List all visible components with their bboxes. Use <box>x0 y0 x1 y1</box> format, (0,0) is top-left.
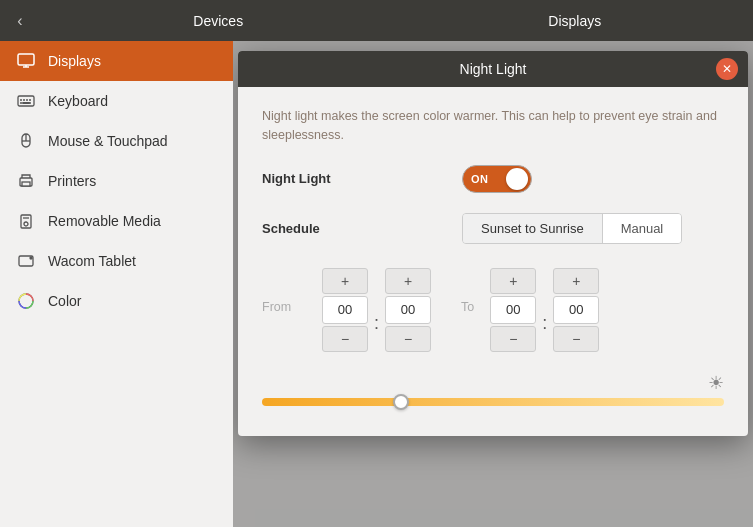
svg-point-17 <box>24 222 28 226</box>
modal-body: Night light makes the screen color warme… <box>238 87 748 436</box>
color-temp-slider-track[interactable] <box>262 398 724 406</box>
modal-description: Night light makes the screen color warme… <box>262 107 724 145</box>
mouse-icon <box>16 131 36 151</box>
sidebar-item-removable-media[interactable]: Removable Media <box>0 201 233 241</box>
svg-rect-0 <box>18 54 34 65</box>
sidebar-item-mouse-touchpad[interactable]: Mouse & Touchpad <box>0 121 233 161</box>
sidebar-label-keyboard: Keyboard <box>48 93 108 109</box>
to-minutes-down-btn[interactable]: − <box>553 326 599 352</box>
color-temp-slider-section: ☀ <box>262 372 724 416</box>
to-hours-down-btn[interactable]: − <box>490 326 536 352</box>
to-time-picker: + 00 − : + <box>490 268 599 352</box>
modal-overlay: Night Light ✕ Night light makes the scre… <box>233 41 753 527</box>
top-bar-left: Devices <box>40 13 397 29</box>
from-hours-spinner: + 00 − <box>322 268 368 352</box>
displays-icon <box>16 51 36 71</box>
toggle-knob <box>506 168 528 190</box>
sidebar-label-displays: Displays <box>48 53 101 69</box>
schedule-label: Schedule <box>262 221 462 236</box>
night-light-label: Night Light <box>262 171 462 186</box>
sidebar-label-mouse: Mouse & Touchpad <box>48 133 168 149</box>
to-time-colon: : <box>540 313 549 334</box>
from-label: From <box>262 268 322 314</box>
right-panel: Built-in display Night Light ✕ Night lig… <box>233 41 753 527</box>
night-light-modal: Night Light ✕ Night light makes the scre… <box>238 51 748 436</box>
schedule-row: Schedule Sunset to Sunrise Manual <box>262 213 724 244</box>
sidebar-item-color[interactable]: Color <box>0 281 233 321</box>
from-minutes-spinner: + 00 − <box>385 268 431 352</box>
to-label: To <box>461 268 474 314</box>
svg-rect-15 <box>22 182 30 186</box>
to-minutes-up-btn[interactable]: + <box>553 268 599 294</box>
modal-header: Night Light ✕ <box>238 51 748 87</box>
schedule-sunset-btn[interactable]: Sunset to Sunrise <box>463 214 603 243</box>
top-bar-right-title: Displays <box>548 13 601 29</box>
sidebar-label-removable: Removable Media <box>48 213 161 229</box>
main-area: Displays Keyboard <box>0 41 753 527</box>
modal-title: Night Light <box>460 61 527 77</box>
sidebar-label-color: Color <box>48 293 81 309</box>
from-hours-up-btn[interactable]: + <box>322 268 368 294</box>
sidebar-item-wacom-tablet[interactable]: Wacom Tablet <box>0 241 233 281</box>
modal-close-button[interactable]: ✕ <box>716 58 738 80</box>
to-minutes-value[interactable]: 00 <box>553 296 599 324</box>
to-hours-value[interactable]: 00 <box>490 296 536 324</box>
sidebar: Displays Keyboard <box>0 41 233 527</box>
top-bar-left-title: Devices <box>193 13 243 29</box>
from-minutes-up-btn[interactable]: + <box>385 268 431 294</box>
keyboard-icon <box>16 91 36 111</box>
from-hours-down-btn[interactable]: − <box>322 326 368 352</box>
top-bar: ‹ Devices Displays <box>0 0 753 41</box>
night-light-setting-row: Night Light ON <box>262 165 724 193</box>
color-temp-icon: ☀ <box>708 372 724 394</box>
wacom-icon <box>16 251 36 271</box>
night-light-toggle[interactable]: ON <box>462 165 532 193</box>
to-hours-up-btn[interactable]: + <box>490 268 536 294</box>
schedule-manual-btn[interactable]: Manual <box>603 214 682 243</box>
to-hours-spinner: + 00 − <box>490 268 536 352</box>
schedule-options: Sunset to Sunrise Manual <box>462 213 682 244</box>
from-time-colon: : <box>372 313 381 334</box>
svg-point-20 <box>30 257 32 259</box>
toggle-on-text: ON <box>471 173 489 185</box>
from-time-picker: + 00 − : + <box>322 268 431 352</box>
from-minutes-value[interactable]: 00 <box>385 296 431 324</box>
top-bar-right: Displays <box>397 13 754 29</box>
svg-rect-3 <box>18 96 34 106</box>
printers-icon <box>16 171 36 191</box>
from-hours-value[interactable]: 00 <box>322 296 368 324</box>
sidebar-label-printers: Printers <box>48 173 96 189</box>
sidebar-item-keyboard[interactable]: Keyboard <box>0 81 233 121</box>
sidebar-label-wacom: Wacom Tablet <box>48 253 136 269</box>
color-icon <box>16 291 36 311</box>
from-minutes-down-btn[interactable]: − <box>385 326 431 352</box>
to-minutes-spinner: + 00 − <box>553 268 599 352</box>
back-button[interactable]: ‹ <box>0 0 40 41</box>
time-section: From + 00 − <box>262 268 724 352</box>
sidebar-item-displays[interactable]: Displays <box>0 41 233 81</box>
sidebar-item-printers[interactable]: Printers <box>0 161 233 201</box>
removable-media-icon <box>16 211 36 231</box>
color-temp-slider-thumb <box>393 394 409 410</box>
